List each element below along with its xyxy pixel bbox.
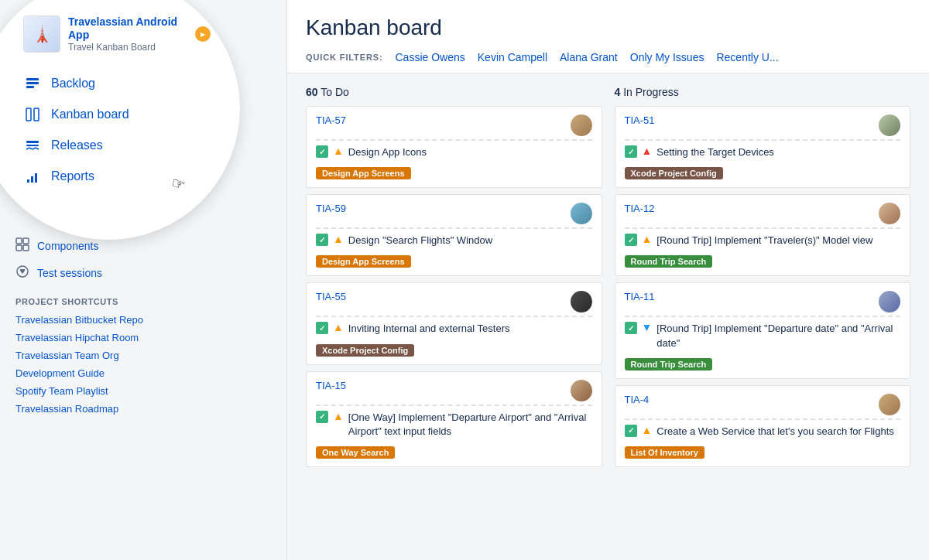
card-tia-15: TIA-15 ▲ [One Way] Implement "Departure …	[306, 371, 602, 467]
card-tia-4-avatar	[879, 394, 900, 415]
shortcut-bitbucket[interactable]: Travelassian Bitbucket Repo	[15, 311, 271, 329]
shortcut-hipchat[interactable]: Travelassian Hipchat Room	[15, 329, 271, 347]
card-tia-51-title: Setting the Target Devices	[656, 145, 900, 159]
card-tia-57-badge[interactable]: Design App Screens	[316, 167, 411, 179]
card-separator	[625, 418, 901, 420]
svg-rect-6	[26, 145, 39, 146]
card-tia-59-title: Design "Search Flights" Window	[348, 234, 592, 248]
reports-label: Reports	[51, 169, 94, 183]
card-tia-55: TIA-55 ▲ Inviting Internal and external …	[306, 282, 602, 364]
card-separator	[316, 405, 592, 406]
card-tia-57-title: Design App Icons	[348, 145, 592, 159]
svg-rect-9	[35, 173, 37, 183]
card-tia-4-badge[interactable]: List Of Inventory	[625, 446, 704, 459]
card-tia-51-top: TIA-51	[625, 114, 901, 136]
issue-type-icon	[316, 234, 328, 246]
column-in-progress-header: 4 In Progress	[615, 86, 911, 98]
priority-icon: ▲	[333, 145, 344, 156]
test-sessions-icon	[15, 265, 29, 281]
project-info: Travelassian Android App Travel Kanban B…	[68, 15, 195, 53]
card-tia-55-middle: ▲ Inviting Internal and external Testers	[316, 322, 592, 336]
quick-filters: QUICK FILTERS: Cassie Owens Kevin Campel…	[306, 51, 910, 73]
column-todo: 60 To Do TIA-57 ▲ Design App Icons Desig…	[306, 86, 602, 548]
card-tia-51-badge[interactable]: Xcode Project Config	[625, 167, 723, 179]
filter-cassie[interactable]: Cassie Owens	[396, 51, 465, 63]
card-tia-57-id[interactable]: TIA-57	[316, 114, 346, 126]
card-tia-59: TIA-59 ▲ Design "Search Flights" Window …	[306, 194, 602, 276]
card-tia-12-id[interactable]: TIA-12	[625, 203, 655, 214]
shortcut-spotify[interactable]: Spotify Team Playlist	[15, 382, 271, 400]
card-tia-12-badge[interactable]: Round Trip Search	[625, 255, 713, 268]
card-tia-4-id[interactable]: TIA-4	[625, 394, 650, 405]
column-in-progress: 4 In Progress TIA-51 ▲ Setting the Targe…	[615, 86, 911, 548]
priority-icon: ▲	[642, 425, 653, 435]
card-tia-55-badge[interactable]: Xcode Project Config	[316, 344, 414, 357]
backlog-label: Backlog	[51, 77, 95, 90]
svg-rect-3	[26, 108, 31, 121]
svg-rect-1	[26, 82, 39, 84]
nav-item-components[interactable]: Components	[15, 232, 271, 259]
kanban-icon	[23, 105, 42, 124]
todo-cards: TIA-57 ▲ Design App Icons Design App Scr…	[306, 106, 602, 467]
project-header: 🗼 Travelassian Android App Travel Kanban…	[23, 15, 217, 53]
test-sessions-label: Test sessions	[37, 267, 102, 279]
priority-icon: ▲	[642, 145, 653, 156]
main-header: Kanban board QUICK FILTERS: Cassie Owens…	[287, 0, 929, 73]
issue-type-icon	[625, 145, 637, 158]
sidebar: 🗼 Travelassian Android App Travel Kanban…	[0, 0, 286, 560]
nav-item-backlog[interactable]: Backlog	[23, 68, 217, 99]
shortcut-roadmap[interactable]: Travelassian Roadmap	[15, 400, 271, 418]
issue-type-icon	[316, 411, 328, 423]
nav-item-releases[interactable]: Releases	[23, 130, 217, 161]
card-tia-4-middle: ▲ Create a Web Service that let's you se…	[625, 425, 901, 439]
card-tia-59-badge[interactable]: Design App Screens	[316, 255, 411, 268]
main-content: Kanban board QUICK FILTERS: Cassie Owens…	[286, 0, 929, 560]
project-logo: 🗼	[23, 15, 60, 53]
releases-label: Releases	[51, 138, 103, 152]
issue-type-icon	[625, 234, 637, 246]
shortcut-team-org[interactable]: Travelassian Team Org	[15, 347, 271, 364]
components-icon	[15, 237, 29, 254]
card-tia-12-middle: ▲ [Round Trip] Implement "Traveler(s)" M…	[625, 234, 901, 248]
card-tia-15-id[interactable]: TIA-15	[316, 380, 346, 391]
page-title: Kanban board	[306, 15, 910, 40]
shortcuts-label: PROJECT SHORTCUTS	[15, 297, 271, 306]
card-separator	[625, 227, 901, 229]
card-tia-51-avatar	[879, 114, 900, 136]
expand-icon[interactable]	[195, 26, 211, 42]
card-tia-11-avatar	[879, 291, 900, 312]
card-tia-51-id[interactable]: TIA-51	[625, 114, 655, 126]
svg-rect-11	[23, 238, 29, 244]
nav-item-kanban[interactable]: Kanban board	[23, 99, 217, 130]
filter-recently[interactable]: Recently U...	[716, 51, 778, 63]
card-tia-12-top: TIA-12	[625, 203, 901, 224]
card-tia-11-id[interactable]: TIA-11	[625, 291, 655, 302]
card-tia-15-badge[interactable]: One Way Search	[316, 446, 395, 459]
card-tia-12-avatar	[879, 203, 900, 224]
card-tia-59-id[interactable]: TIA-59	[316, 203, 346, 214]
reports-icon	[23, 167, 42, 186]
svg-rect-12	[16, 245, 22, 251]
logo-image: 🗼	[24, 16, 60, 52]
card-tia-12-title: [Round Trip] Implement "Traveler(s)" Mod…	[656, 234, 900, 248]
card-tia-11-top: TIA-11	[625, 291, 901, 312]
filter-only-my-issues[interactable]: Only My Issues	[630, 51, 704, 63]
issue-type-icon	[316, 322, 328, 334]
card-tia-51: TIA-51 ▲ Setting the Target Devices Xcod…	[615, 106, 911, 188]
nav-item-test-sessions[interactable]: Test sessions	[15, 259, 271, 286]
card-tia-55-top: TIA-55	[316, 291, 592, 312]
quick-filters-label: QUICK FILTERS:	[306, 53, 383, 62]
card-tia-12: TIA-12 ▲ [Round Trip] Implement "Travele…	[615, 194, 911, 276]
project-subtitle: Travel Kanban Board	[68, 42, 195, 53]
card-tia-55-avatar	[571, 291, 592, 312]
card-tia-55-id[interactable]: TIA-55	[316, 291, 346, 302]
filter-alana[interactable]: Alana Grant	[560, 51, 618, 63]
card-separator	[625, 139, 901, 141]
filter-kevin[interactable]: Kevin Campell	[478, 51, 547, 63]
shortcut-dev-guide[interactable]: Development Guide	[15, 364, 271, 382]
svg-rect-8	[31, 176, 33, 183]
priority-icon: ▲	[333, 234, 344, 244]
card-tia-59-avatar	[571, 203, 592, 224]
svg-rect-4	[34, 108, 39, 121]
card-tia-11-badge[interactable]: Round Trip Search	[625, 358, 713, 370]
